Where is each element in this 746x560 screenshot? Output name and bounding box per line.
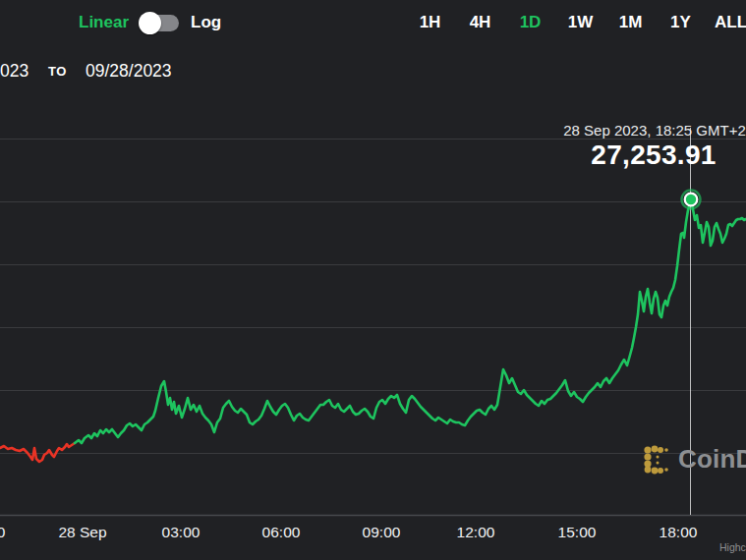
x-axis-label: 28 Sep <box>58 524 106 541</box>
price-line-down-segment <box>0 443 75 462</box>
coindesk-watermark-text: CoinDesk <box>678 444 746 475</box>
coindesk-price-chart-screen: Linear Log 1H4H1D1W1M1YALL 023 TO 09/28/… <box>0 0 746 560</box>
price-chart-svg[interactable] <box>0 0 746 560</box>
x-axis-labels: 028 Sep03:0006:0009:0012:0015:0018:00 <box>0 524 746 543</box>
highcharts-credit-link[interactable]: Highch <box>719 541 746 553</box>
tooltip-price: 27,253.91 <box>591 140 716 171</box>
tooltip-datetime: 28 Sep 2023, 18:25 GMT+2 <box>563 122 746 139</box>
price-line-up-segment <box>75 199 746 443</box>
x-axis-label: 03:00 <box>162 524 201 541</box>
x-axis-label: 15:00 <box>558 524 597 541</box>
x-axis-label: 06:00 <box>262 524 301 541</box>
x-axis-label-partial: 0 <box>0 524 5 541</box>
coindesk-watermark: CoinDesk <box>641 443 746 476</box>
current-point-marker <box>685 194 698 206</box>
x-axis-label: 18:00 <box>660 524 698 541</box>
x-axis-label: 09:00 <box>363 524 401 541</box>
coindesk-logo-icon <box>641 443 673 476</box>
x-axis-label: 12:00 <box>457 524 495 541</box>
